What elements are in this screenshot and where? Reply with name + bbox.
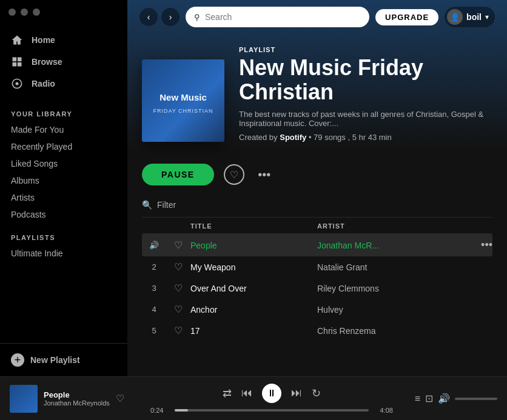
topbar-right: UPGRADE 👤 boil ▾ — [375, 7, 495, 27]
titlebar — [0, 0, 127, 24]
player-track-info: People Jonathan McReynolds ♡ — [10, 385, 143, 413]
like-playlist-button[interactable]: ♡ — [224, 164, 244, 185]
player-bar: People Jonathan McReynolds ♡ ⇄ ⏮ ⏸ ⏭ ↻ 0… — [0, 376, 507, 420]
sidebar-item-recently-played[interactable]: Recently Played — [0, 138, 127, 155]
track-heart-button[interactable]: ♡ — [166, 282, 190, 294]
col-num — [142, 222, 166, 230]
new-playlist-button[interactable]: + New Playlist — [11, 353, 116, 367]
next-button[interactable]: ⏭ — [291, 387, 302, 399]
play-pause-button[interactable]: ⏸ — [262, 384, 281, 403]
player-buttons: ⇄ ⏮ ⏸ ⏭ ↻ — [223, 384, 321, 403]
svg-rect-3 — [18, 62, 22, 67]
player-song-details: People Jonathan McReynolds — [44, 390, 110, 407]
track-row[interactable]: 5 ♡ 17 Chris Renzema — [142, 320, 492, 341]
back-button[interactable]: ‹ — [139, 8, 158, 26]
volume-button[interactable]: 🔊 — [438, 393, 450, 404]
sidebar-item-liked-songs[interactable]: Liked Songs — [0, 155, 127, 172]
track-heart-button[interactable]: ♡ — [166, 261, 190, 273]
new-playlist-icon: + — [11, 353, 24, 367]
player-right-controls: ≡ ⊡ 🔊 — [400, 393, 497, 404]
created-by-label: Created by — [239, 133, 278, 142]
sidebar-item-browse[interactable]: Browse — [0, 51, 127, 73]
upgrade-button[interactable]: UPGRADE — [375, 9, 438, 25]
device-button[interactable]: ⊡ — [425, 393, 433, 404]
queue-button[interactable]: ≡ — [415, 393, 420, 404]
forward-button[interactable]: › — [161, 8, 180, 26]
cover-title: New Music — [155, 87, 212, 108]
track-title: People — [190, 241, 317, 250]
playlist-info: PLAYLIST New Music Friday Christian The … — [239, 46, 492, 142]
track-artist: Chris Renzema — [317, 326, 444, 336]
new-playlist-label: New Playlist — [30, 355, 80, 365]
player-controls: ⇄ ⏮ ⏸ ⏭ ↻ 0:24 4:08 — [150, 384, 393, 414]
search-icon: ⚲ — [194, 13, 200, 22]
main-nav: Home Browse Radio — [0, 24, 127, 99]
more-options-button[interactable]: ••• — [254, 164, 275, 185]
library-section-title: YOUR LIBRARY — [0, 99, 127, 121]
track-heart-button[interactable]: ♡ — [166, 325, 190, 336]
col-heart — [166, 222, 190, 230]
song-count: 79 songs — [314, 133, 346, 142]
sidebar-playlist-ultimate-indie[interactable]: Ultimate Indie — [0, 245, 127, 262]
player-artist-name: Jonathan McReynolds — [44, 399, 110, 407]
filter-search-icon: 🔍 — [142, 200, 152, 210]
duration: 5 hr 43 min — [352, 133, 392, 142]
progress-bar-container: 0:24 4:08 — [150, 407, 393, 414]
track-artist: Riley Clemmons — [317, 284, 444, 293]
sidebar-item-albums[interactable]: Albums — [0, 172, 127, 189]
total-time: 4:08 — [374, 407, 393, 414]
track-row[interactable]: 3 ♡ Over And Over Riley Clemmons — [142, 278, 492, 299]
svg-rect-1 — [18, 58, 22, 62]
track-heart-button[interactable]: ♡ — [166, 239, 190, 251]
sidebar-item-radio-label: Radio — [32, 79, 55, 88]
track-more-button[interactable]: ••• — [444, 239, 492, 252]
creator-name: Spotify — [280, 133, 306, 142]
main-content: ‹ › ⚲ UPGRADE 👤 boil ▾ New Music — [127, 0, 507, 376]
col-artist: ARTIST — [317, 222, 444, 230]
track-title: My Weapon — [190, 262, 317, 272]
window-dot-yellow[interactable] — [21, 8, 28, 16]
sidebar-item-browse-label: Browse — [32, 57, 62, 67]
volume-bar[interactable] — [455, 398, 497, 400]
playlist-type-label: PLAYLIST — [239, 46, 492, 53]
radio-icon — [11, 78, 23, 90]
sidebar-item-made-for-you[interactable]: Made For You — [0, 121, 127, 138]
window-dot-red[interactable] — [8, 8, 16, 16]
track-list-header: TITLE ARTIST — [142, 218, 492, 234]
search-input[interactable] — [205, 12, 361, 22]
repeat-button[interactable]: ↻ — [312, 387, 321, 400]
track-artist: Hulvey — [317, 305, 444, 315]
track-number: 5 — [142, 326, 166, 335]
meta-separator2: , — [348, 133, 352, 142]
sidebar-item-home[interactable]: Home — [0, 29, 127, 51]
window-dot-green[interactable] — [33, 8, 40, 16]
playlists-section-title: PLAYLISTS — [0, 223, 127, 245]
col-more — [444, 222, 492, 230]
track-row[interactable]: 2 ♡ My Weapon Natalie Grant — [142, 256, 492, 278]
col-title: TITLE — [190, 222, 317, 230]
track-heart-button[interactable]: ♡ — [166, 304, 190, 315]
browse-icon — [11, 56, 23, 68]
shuffle-button[interactable]: ⇄ — [223, 387, 232, 400]
previous-button[interactable]: ⏮ — [241, 387, 252, 399]
home-icon — [11, 34, 23, 46]
progress-track[interactable] — [175, 409, 369, 412]
sidebar-item-artists[interactable]: Artists — [0, 189, 127, 206]
playlist-description: The best new tracks of past weeks in all… — [239, 110, 492, 128]
sidebar-item-radio[interactable]: Radio — [0, 73, 127, 95]
sidebar-item-podcasts[interactable]: Podcasts — [0, 206, 127, 223]
search-bar[interactable]: ⚲ — [186, 7, 369, 27]
current-time: 0:24 — [150, 407, 170, 414]
pause-button[interactable]: PAUSE — [142, 164, 214, 185]
track-title: Over And Over — [190, 284, 317, 293]
track-list-container[interactable]: 🔍 Filter TITLE ARTIST 🔊 ♡ People Jonatha… — [127, 195, 507, 376]
playlist-header: New Music FRIDAY CHRISTIAN PLAYLIST New … — [127, 34, 507, 154]
svg-rect-2 — [13, 62, 17, 67]
track-row[interactable]: 🔊 ♡ People Jonathan McR... ••• — [142, 234, 492, 256]
track-number: 4 — [142, 305, 166, 314]
player-heart-button[interactable]: ♡ — [116, 393, 124, 404]
track-row[interactable]: 4 ♡ Anchor Hulvey — [142, 299, 492, 320]
user-menu[interactable]: 👤 boil ▾ — [445, 7, 495, 27]
track-artist: Jonathan McR... — [317, 241, 444, 250]
sidebar: Home Browse Radio YOUR LIBRARY Made For … — [0, 0, 127, 376]
